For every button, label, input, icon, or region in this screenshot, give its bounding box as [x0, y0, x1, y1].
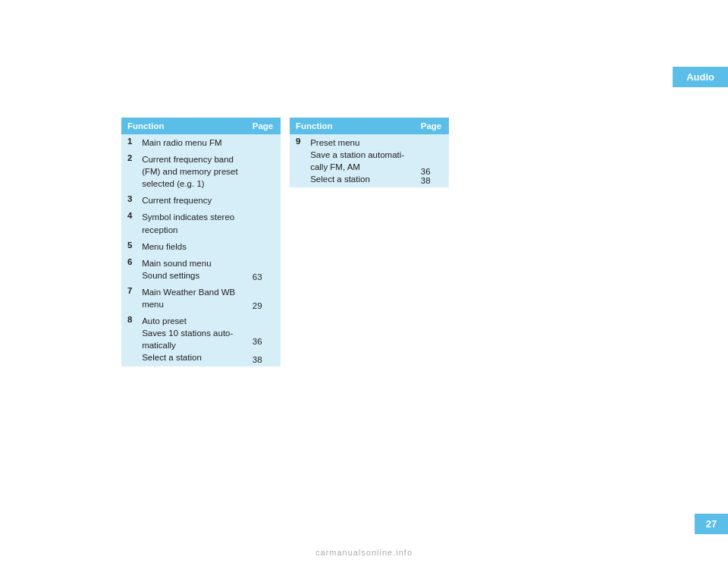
row-desc: Main radio menu FM — [136, 134, 246, 151]
row-desc: Symbol indicates stereo reception — [136, 209, 246, 237]
row-desc: Main sound menuSound settings — [136, 255, 246, 284]
tables-container: Function Page 1 Main radio menu FM 2 Cur… — [121, 118, 449, 366]
row-num: 2 — [121, 151, 136, 192]
table-row: 2 Current frequency band (FM) and memory… — [121, 151, 281, 192]
table-row: 1 Main radio menu FM — [121, 134, 281, 151]
right-table-wrapper: Function Page 9 Preset menuSave a statio… — [290, 118, 449, 366]
row-num: 5 — [121, 238, 136, 255]
left-header-page: Page — [246, 118, 281, 134]
row-page — [246, 238, 281, 255]
row-page — [246, 151, 281, 192]
row-page: 3638 — [415, 134, 449, 187]
left-table: Function Page 1 Main radio menu FM 2 Cur… — [121, 118, 281, 366]
table-row: 9 Preset menuSave a station automati-cal… — [290, 134, 449, 187]
left-table-wrapper: Function Page 1 Main radio menu FM 2 Cur… — [121, 118, 281, 366]
row-page: 36 38 — [246, 313, 281, 366]
row-desc: Current frequency band (FM) and memory p… — [136, 151, 246, 192]
right-table-header-row: Function Page — [290, 118, 449, 134]
page-number-badge: 27 — [695, 514, 728, 534]
left-header-function: Function — [121, 118, 246, 134]
row-desc: Current frequency — [136, 192, 246, 209]
table-row: 3 Current frequency — [121, 192, 281, 209]
audio-tab: Audio — [673, 67, 728, 87]
right-header-page: Page — [415, 118, 449, 134]
table-row: 6 Main sound menuSound settings 63 — [121, 255, 281, 284]
row-page: 29 — [246, 284, 281, 313]
row-num: 3 — [121, 192, 136, 209]
right-header-function: Function — [290, 118, 415, 134]
table-row: 8 Auto presetSaves 10 stations auto-mati… — [121, 313, 281, 366]
row-num: 6 — [121, 255, 136, 284]
row-num: 8 — [121, 313, 136, 366]
row-page — [246, 209, 281, 237]
row-num: 4 — [121, 209, 136, 237]
right-table: Function Page 9 Preset menuSave a statio… — [290, 118, 449, 187]
watermark: carmanualsonline.info — [315, 548, 413, 557]
left-table-header-row: Function Page — [121, 118, 281, 134]
row-page — [246, 134, 281, 151]
table-row: 4 Symbol indicates stereo reception — [121, 209, 281, 237]
row-desc: Main Weather Band WB menu — [136, 284, 246, 313]
table-row: 7 Main Weather Band WB menu 29 — [121, 284, 281, 313]
row-num: 7 — [121, 284, 136, 313]
row-desc: Preset menuSave a station automati-cally… — [304, 134, 415, 187]
row-desc: Menu fields — [136, 238, 246, 255]
row-page — [246, 192, 281, 209]
table-row: 5 Menu fields — [121, 238, 281, 255]
row-page: 63 — [246, 255, 281, 284]
row-num: 1 — [121, 134, 136, 151]
row-num: 9 — [290, 134, 304, 187]
row-desc: Auto presetSaves 10 stations auto-matica… — [136, 313, 246, 366]
